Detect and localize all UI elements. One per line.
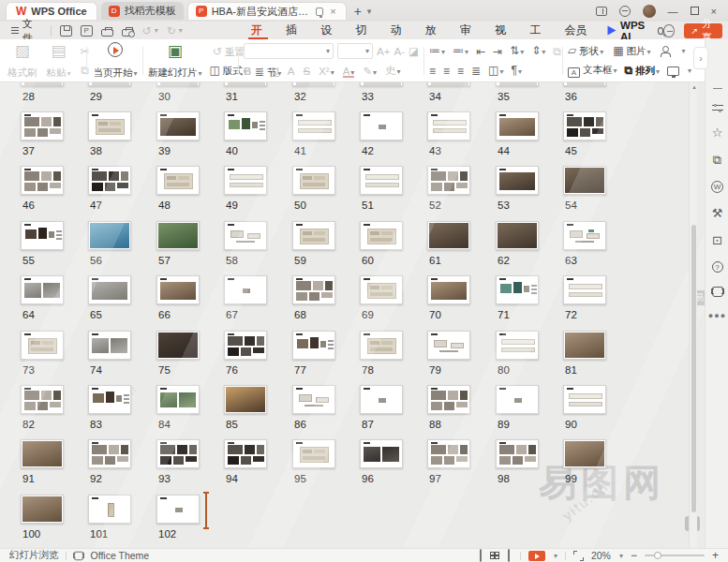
shrink-font-button[interactable]: A- — [394, 46, 405, 57]
share-button[interactable]: ↗ 分享 — [684, 23, 722, 38]
slide-thumbnail-39[interactable] — [156, 111, 200, 140]
slide-library-icon[interactable]: ⧉ — [713, 154, 721, 167]
slide-thumbnail-32[interactable] — [292, 82, 335, 86]
ribbon-tab-6[interactable]: 审阅 — [450, 22, 484, 39]
slide-thumbnail-82[interactable] — [21, 385, 64, 414]
slide-thumbnail-93[interactable] — [156, 439, 200, 468]
skin-theme-icon[interactable] — [712, 287, 723, 297]
maximize-button[interactable] — [691, 7, 699, 15]
slide-thumbnail-101[interactable] — [88, 495, 131, 524]
slide-thumbnail-71[interactable] — [496, 275, 539, 304]
grow-font-button[interactable]: A+ — [377, 46, 390, 57]
reset-button[interactable]: ↺ 重置 — [213, 45, 245, 59]
slide-thumbnail-94[interactable] — [224, 439, 267, 468]
slide-thumbnail-57[interactable] — [156, 221, 200, 250]
layout-button[interactable]: ◫ 版式▾ — [210, 64, 247, 78]
slide-thumbnail-48[interactable] — [156, 166, 200, 195]
slide-thumbnail-95[interactable] — [292, 439, 335, 468]
close-tab-icon[interactable]: × — [328, 6, 337, 17]
ribbon-tab-0[interactable]: 开始 — [241, 22, 275, 39]
slide-thumbnail-80[interactable] — [496, 331, 539, 360]
slide-thumbnail-69[interactable] — [360, 275, 403, 304]
text-direction-icon[interactable]: ⇅▾ — [510, 44, 524, 59]
picture-button[interactable]: ▦ 图片▾ — [613, 44, 650, 58]
slide-thumbnail-61[interactable] — [427, 221, 470, 250]
slide-thumbnail-91[interactable] — [21, 439, 64, 468]
slide-thumbnail-100[interactable] — [21, 495, 64, 524]
minimize-button[interactable]: — — [668, 6, 678, 17]
scroll-up-arrow-icon[interactable]: ▲ — [691, 84, 697, 90]
slide-thumbnail-75[interactable] — [156, 331, 200, 360]
slide-thumbnail-50[interactable] — [292, 166, 335, 195]
new-tab-button[interactable]: + — [354, 4, 362, 19]
paste-button[interactable]: ▤ 粘贴▾ — [47, 42, 71, 80]
line-spacing-icon[interactable]: ⇕▾ — [531, 44, 545, 59]
normal-view-button[interactable] — [477, 548, 484, 562]
slide-thumbnail-38[interactable] — [88, 111, 131, 140]
slide-thumbnail-90[interactable] — [563, 385, 606, 414]
highlight-button[interactable]: ✎▾ — [363, 65, 377, 78]
wps-ai-button[interactable]: WPS AI — [607, 20, 648, 42]
slide-thumbnail-99[interactable] — [563, 439, 606, 468]
slide-thumbnail-33[interactable] — [360, 82, 403, 86]
slide-sorter-canvas[interactable]: 易图网 yitu.cn yitu.cn 易 易 2829303132333435… — [0, 82, 705, 548]
slide-thumbnail-41[interactable] — [292, 111, 335, 140]
slide-sorter-view-button[interactable] — [492, 554, 498, 557]
slide-thumbnail-54[interactable] — [563, 166, 606, 195]
slide-thumbnail-51[interactable] — [360, 166, 403, 195]
slide-thumbnail-79[interactable] — [427, 331, 470, 360]
toolbox-icon[interactable]: ⚒ — [712, 207, 723, 220]
copy-icon[interactable]: ⧉ — [81, 64, 89, 77]
increase-indent-icon[interactable]: ⇥ — [493, 45, 502, 58]
underline-button[interactable]: U — [272, 66, 279, 77]
columns-icon[interactable]: ◫▾ — [488, 64, 503, 79]
play-options-chevron-icon[interactable]: ▾ — [554, 552, 557, 560]
cut-icon[interactable]: ✂ — [81, 45, 90, 58]
ribbon-tab-3[interactable]: 切换 — [345, 22, 379, 39]
slide-thumbnail-44[interactable] — [496, 111, 539, 140]
arrange-button[interactable]: ⧉ 排列▾ — [624, 64, 660, 78]
print-icon[interactable] — [101, 29, 113, 37]
superscript-button[interactable]: X²▾ — [319, 66, 334, 77]
ribbon-tab-7[interactable]: 视图 — [484, 22, 519, 39]
search-icon[interactable] — [658, 27, 664, 35]
scrollbar-thumb[interactable] — [691, 225, 696, 512]
slide-thumbnail-83[interactable] — [88, 385, 131, 414]
char-shading-button[interactable]: A — [288, 66, 295, 77]
close-window-button[interactable]: × — [711, 6, 717, 17]
font-family-select[interactable]: ▾ — [244, 43, 334, 59]
user-avatar[interactable] — [643, 5, 656, 18]
slide-thumbnail-59[interactable] — [292, 221, 335, 250]
wps-assistant-icon[interactable]: W — [711, 181, 723, 193]
slide-thumbnail-52[interactable] — [427, 166, 470, 195]
tab-docer[interactable]: D 找稻壳模板 — [101, 2, 184, 20]
slide-thumbnail-28[interactable] — [21, 82, 64, 86]
layout-split-icon[interactable] — [596, 7, 607, 16]
slide-thumbnail-45[interactable] — [563, 111, 606, 140]
paragraph-settings-icon[interactable]: ¶▾ — [511, 64, 521, 79]
slide-thumbnail-60[interactable] — [360, 221, 403, 250]
slide-thumbnail-96[interactable] — [360, 439, 403, 468]
slide-thumbnail-49[interactable] — [224, 166, 267, 195]
hide-panel-icon[interactable] — [713, 88, 722, 89]
quickbar-chevron-icon[interactable]: ▾ — [179, 26, 183, 35]
slide-thumbnail-86[interactable] — [292, 385, 335, 414]
slide-thumbnail-37[interactable] — [21, 111, 64, 140]
zoom-level[interactable]: 20% — [591, 550, 611, 561]
align-right-icon[interactable]: ≡ — [457, 65, 464, 78]
bold-button[interactable]: B — [244, 66, 251, 77]
slide-thumbnail-40[interactable] — [224, 111, 267, 140]
smartart-icon[interactable]: ⧉ — [553, 45, 561, 58]
align-center-icon[interactable]: ≡ — [443, 65, 450, 78]
slide-thumbnail-68[interactable] — [292, 275, 335, 304]
slide-thumbnail-43[interactable] — [427, 111, 470, 140]
slide-thumbnail-63[interactable] — [563, 221, 606, 250]
slide-thumbnail-77[interactable] — [292, 331, 335, 360]
slide-thumbnail-70[interactable] — [427, 275, 470, 304]
slide-thumbnail-98[interactable] — [496, 439, 539, 468]
redo-icon[interactable]: ↻ — [167, 25, 176, 37]
slide-thumbnail-97[interactable] — [427, 439, 470, 468]
slide-thumbnail-36[interactable] — [563, 82, 606, 86]
slide-thumbnail-88[interactable] — [427, 385, 470, 414]
shapes-button[interactable]: ▱ 形状▾ — [568, 44, 603, 58]
